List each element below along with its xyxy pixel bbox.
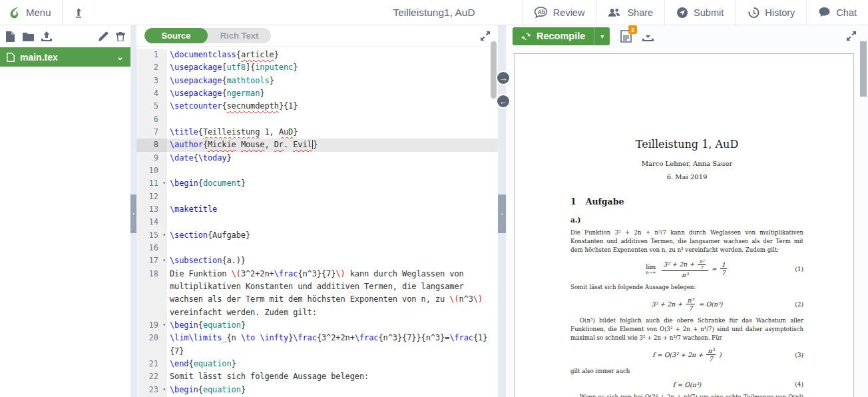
line-number[interactable]: 13 bbox=[136, 203, 167, 216]
arrow-left-icon: ← bbox=[499, 97, 508, 107]
code-line[interactable]: 19▾\begin{equation} bbox=[136, 319, 498, 332]
line-number[interactable]: 14 bbox=[136, 216, 167, 228]
code-line[interactable]: 20\lim\limits_{n \to \infty}\frac{3^2+2n… bbox=[136, 332, 498, 358]
code-line[interactable]: 9\date{\today} bbox=[136, 152, 498, 165]
line-number[interactable]: 22 bbox=[136, 370, 167, 383]
pdf-date: 6. Mai 2019 bbox=[570, 173, 803, 181]
delete-trash-icon bbox=[116, 31, 125, 41]
code-line[interactable]: 21\end{equation} bbox=[136, 358, 498, 370]
code-line[interactable]: 1\documentclass{article} bbox=[136, 49, 498, 61]
line-number[interactable]: 5 bbox=[136, 100, 167, 113]
pdf-fullscreen-button[interactable] bbox=[847, 31, 861, 41]
new-file-button[interactable] bbox=[5, 31, 15, 42]
upload-file-button[interactable] bbox=[41, 31, 52, 41]
fold-caret-icon[interactable]: ▾ bbox=[162, 257, 166, 263]
line-number[interactable]: 12 bbox=[136, 191, 167, 203]
chat-button[interactable]: Chat bbox=[806, 0, 868, 25]
sync-to-code-button[interactable]: ← bbox=[496, 94, 511, 109]
editor-scrollbar[interactable] bbox=[491, 41, 497, 99]
chevron-down-icon[interactable]: ⌄ bbox=[116, 52, 124, 62]
code-line[interactable]: 16 bbox=[136, 242, 498, 254]
fold-caret-icon[interactable]: ▾ bbox=[162, 180, 166, 186]
code-line[interactable]: 7\title{Teilleistung 1, AuD} bbox=[136, 126, 498, 139]
code-line[interactable]: 8\author{Mickie Mouse, Dr. Evil} bbox=[136, 139, 498, 151]
file-icon bbox=[7, 53, 15, 62]
pdf-page[interactable]: Teilleistung 1, AuD Marco Lehner, Anna S… bbox=[514, 53, 854, 397]
line-number[interactable]: 8 bbox=[136, 139, 167, 151]
rename-button[interactable] bbox=[99, 31, 108, 41]
svg-text:Ab: Ab bbox=[538, 9, 545, 15]
line-number[interactable]: 1 bbox=[136, 49, 167, 61]
line-number[interactable]: 21 bbox=[136, 358, 167, 370]
submit-button[interactable]: Submit bbox=[664, 0, 735, 25]
pdf-title: Teilleistung 1, AuD bbox=[570, 138, 803, 151]
code-line[interactable]: 13\maketitle bbox=[136, 203, 498, 216]
file-item-main-tex[interactable]: main.tex ⌄ bbox=[0, 47, 130, 67]
code-line[interactable]: 23▾\begin{equation} bbox=[136, 384, 498, 396]
compile-log-button[interactable]: 1 bbox=[620, 30, 632, 43]
line-number[interactable]: 11▾ bbox=[136, 177, 167, 190]
menu-label: Menu bbox=[26, 7, 51, 18]
fold-caret-icon[interactable]: ▾ bbox=[162, 386, 166, 392]
collapse-right-handle[interactable]: › bbox=[498, 195, 506, 233]
line-number[interactable]: 9 bbox=[136, 152, 167, 165]
sync-to-pdf-button[interactable]: → bbox=[496, 71, 511, 85]
line-number[interactable]: 7 bbox=[136, 126, 167, 139]
line-number[interactable]: 18 bbox=[136, 268, 167, 319]
review-button[interactable]: Ab Review bbox=[522, 0, 596, 25]
tab-rich-text[interactable]: Rich Text bbox=[208, 28, 271, 43]
editor-mode-toggle: Source Rich Text bbox=[144, 28, 271, 43]
tab-source[interactable]: Source bbox=[144, 28, 208, 43]
line-number[interactable]: 17▾ bbox=[136, 254, 167, 267]
recompile-button[interactable]: Recompile bbox=[513, 27, 594, 45]
left-pane-resizer[interactable]: ‹ bbox=[130, 25, 136, 397]
expand-diagonal-icon bbox=[847, 31, 856, 41]
new-folder-button[interactable] bbox=[23, 32, 34, 41]
code-line[interactable]: 4\usepackage{ngerman} bbox=[136, 87, 498, 100]
code-line[interactable]: 22Somit lässt sich folgende Aussage bele… bbox=[136, 370, 498, 383]
editor-fullscreen-button[interactable] bbox=[481, 31, 490, 41]
menu-button[interactable]: Menu bbox=[0, 0, 62, 25]
fold-caret-icon[interactable]: ▾ bbox=[162, 232, 166, 238]
submit-circle-icon bbox=[676, 7, 688, 19]
code-line[interactable]: 15▾\section{Aufgabe} bbox=[136, 229, 498, 242]
submit-label: Submit bbox=[694, 7, 724, 18]
share-people-icon bbox=[608, 7, 622, 18]
equation-number: (3) bbox=[795, 352, 803, 358]
code-line[interactable]: 18Die Funktion \(3^2+2n+\frac{n^3}{7}\) … bbox=[136, 268, 498, 319]
code-lines[interactable]: 1\documentclass{article}2\usepackage[utf… bbox=[136, 47, 498, 397]
fold-caret-icon[interactable]: ▾ bbox=[162, 322, 166, 328]
code-line[interactable]: 3\usepackage{mathtools} bbox=[136, 75, 498, 87]
upload-arrow-icon bbox=[73, 7, 84, 18]
line-number[interactable]: 19▾ bbox=[136, 319, 167, 332]
code-line[interactable]: 2\usepackage[utf8]{inputenc} bbox=[136, 61, 498, 74]
pdf-scrollbar[interactable] bbox=[860, 41, 867, 97]
download-pdf-button[interactable] bbox=[642, 31, 654, 41]
recompile-dropdown-button[interactable]: ▾ bbox=[594, 27, 610, 45]
upload-project-button[interactable] bbox=[63, 0, 95, 25]
collapse-left-handle[interactable]: ‹ bbox=[130, 195, 136, 233]
delete-button[interactable] bbox=[116, 31, 125, 41]
code-line[interactable]: 10 bbox=[136, 165, 498, 177]
review-label: Review bbox=[553, 7, 585, 18]
history-button[interactable]: History bbox=[735, 0, 806, 25]
code-line[interactable]: 12 bbox=[136, 191, 498, 203]
file-tree-toolbar bbox=[0, 25, 130, 47]
line-number[interactable]: 15▾ bbox=[136, 229, 167, 242]
line-number[interactable]: 16 bbox=[136, 242, 167, 254]
code-line[interactable]: 17▾\subsection{a.)} bbox=[136, 254, 498, 267]
line-number[interactable]: 4 bbox=[136, 87, 167, 100]
code-line[interactable]: 5\setcounter{secnumdepth}{1} bbox=[136, 100, 498, 113]
history-label: History bbox=[765, 7, 795, 18]
code-line[interactable]: 11▾\begin{document} bbox=[136, 177, 498, 190]
code-line[interactable]: 14 bbox=[136, 216, 498, 228]
code-line[interactable]: 6 bbox=[136, 113, 498, 126]
line-number[interactable]: 3 bbox=[136, 75, 167, 87]
share-button[interactable]: Share bbox=[596, 0, 664, 25]
line-number[interactable]: 23▾ bbox=[136, 384, 167, 396]
review-bubble-icon: Ab bbox=[534, 7, 548, 18]
line-number[interactable]: 2 bbox=[136, 61, 167, 74]
line-number[interactable]: 10 bbox=[136, 165, 167, 177]
line-number[interactable]: 6 bbox=[136, 113, 167, 126]
line-number[interactable]: 20 bbox=[136, 332, 167, 358]
